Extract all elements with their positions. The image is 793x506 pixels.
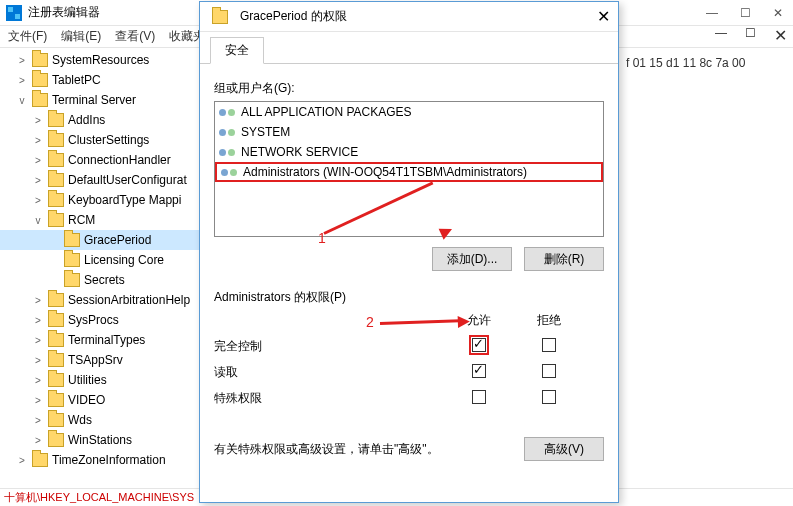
folder-icon xyxy=(32,93,48,107)
tree-item-label: VIDEO xyxy=(68,393,105,407)
expand-icon[interactable]: > xyxy=(32,335,44,346)
advanced-button[interactable]: 高级(V) xyxy=(524,437,604,461)
add-button[interactable]: 添加(D)... xyxy=(432,247,512,271)
user-row[interactable]: ALL APPLICATION PACKAGES xyxy=(215,102,603,122)
tree-item-label: TabletPC xyxy=(52,73,101,87)
folder-icon xyxy=(48,133,64,147)
folder-icon xyxy=(48,373,64,387)
user-row[interactable]: NETWORK SERVICE xyxy=(215,142,603,162)
tree-item-sysprocs[interactable]: >SysProcs xyxy=(0,310,199,330)
maximize-button[interactable]: ☐ xyxy=(740,6,751,20)
dialog-titlebar[interactable]: GracePeriod 的权限 ✕ xyxy=(200,2,618,32)
tree-item-addins[interactable]: >AddIns xyxy=(0,110,199,130)
tree-item-label: ConnectionHandler xyxy=(68,153,171,167)
tree-item-label: Wds xyxy=(68,413,92,427)
expand-icon[interactable]: > xyxy=(32,295,44,306)
perm-name: 读取 xyxy=(214,364,444,381)
expand-icon[interactable]: > xyxy=(16,75,28,86)
menu-view[interactable]: 查看(V) xyxy=(115,28,155,45)
user-name: Administrators (WIN-OOQ54T1TSBM\Administ… xyxy=(243,165,527,179)
checkbox-allow[interactable] xyxy=(472,338,486,352)
user-list[interactable]: ALL APPLICATION PACKAGESSYSTEMNETWORK SE… xyxy=(214,101,604,237)
expand-icon[interactable]: > xyxy=(32,315,44,326)
expand-icon[interactable]: > xyxy=(32,155,44,166)
folder-icon xyxy=(48,433,64,447)
close-button[interactable]: ✕ xyxy=(773,6,783,20)
checkbox-allow[interactable] xyxy=(472,390,486,404)
tree-item-video[interactable]: >VIDEO xyxy=(0,390,199,410)
permissions-dialog: GracePeriod 的权限 ✕ 安全 组或用户名(G): ALL APPLI… xyxy=(199,1,619,503)
folder-icon xyxy=(64,233,80,247)
dialog-close-button[interactable]: ✕ xyxy=(597,7,610,26)
expand-icon[interactable]: > xyxy=(32,355,44,366)
tree-item-label: TSAppSrv xyxy=(68,353,123,367)
expand-icon[interactable]: > xyxy=(16,55,28,66)
tree-item-sessionarbitrationhelp[interactable]: >SessionArbitrationHelp xyxy=(0,290,199,310)
user-name: NETWORK SERVICE xyxy=(241,145,358,159)
remove-button[interactable]: 删除(R) xyxy=(524,247,604,271)
folder-icon xyxy=(48,213,64,227)
checkbox-deny[interactable] xyxy=(542,338,556,352)
tree-item-label: TimeZoneInformation xyxy=(52,453,166,467)
folder-icon xyxy=(212,10,228,24)
expand-icon[interactable]: > xyxy=(32,195,44,206)
special-note-text: 有关特殊权限或高级设置，请单击"高级"。 xyxy=(214,441,512,458)
expand-icon[interactable]: v xyxy=(16,95,28,106)
tree-item-label: SessionArbitrationHelp xyxy=(68,293,190,307)
tree-item-label: RCM xyxy=(68,213,95,227)
expand-icon[interactable]: > xyxy=(32,175,44,186)
folder-icon xyxy=(64,253,80,267)
minimize-button[interactable]: — xyxy=(706,6,718,20)
tree-item-connectionhandler[interactable]: >ConnectionHandler xyxy=(0,150,199,170)
tree-item-label: SysProcs xyxy=(68,313,119,327)
tree-item-tsappsrv[interactable]: >TSAppSrv xyxy=(0,350,199,370)
tree-item-label: ClusterSettings xyxy=(68,133,149,147)
tree-item-keyboardtype-mappi[interactable]: >KeyboardType Mappi xyxy=(0,190,199,210)
tree-item-licensing-core[interactable]: Licensing Core xyxy=(0,250,199,270)
tree-item-rcm[interactable]: vRCM xyxy=(0,210,199,230)
checkbox-deny[interactable] xyxy=(542,390,556,404)
folder-icon xyxy=(48,333,64,347)
expand-icon[interactable]: > xyxy=(32,395,44,406)
checkbox-allow[interactable] xyxy=(472,364,486,378)
tree-item-wds[interactable]: >Wds xyxy=(0,410,199,430)
tree-item-winstations[interactable]: >WinStations xyxy=(0,430,199,450)
tree-item-secrets[interactable]: Secrets xyxy=(0,270,199,290)
tree-item-terminaltypes[interactable]: >TerminalTypes xyxy=(0,330,199,350)
close-icon[interactable]: ✕ xyxy=(774,26,787,45)
expand-icon[interactable]: > xyxy=(32,415,44,426)
expand-icon[interactable]: > xyxy=(32,435,44,446)
tree-item-tabletpc[interactable]: >TabletPC xyxy=(0,70,199,90)
expand-icon[interactable]: > xyxy=(32,115,44,126)
expand-icon[interactable]: v xyxy=(32,215,44,226)
user-row[interactable]: Administrators (WIN-OOQ54T1TSBM\Administ… xyxy=(215,162,603,182)
expand-icon[interactable]: > xyxy=(32,135,44,146)
hex-text: f 01 15 d1 11 8c 7a 00 xyxy=(626,56,787,70)
group-icon xyxy=(221,165,237,179)
menu-edit[interactable]: 编辑(E) xyxy=(61,28,101,45)
tree-item-label: Utilities xyxy=(68,373,107,387)
registry-tree[interactable]: >SystemResources>TabletPCvTerminal Serve… xyxy=(0,50,200,488)
tree-item-defaultuserconfigurat[interactable]: >DefaultUserConfigurat xyxy=(0,170,199,190)
tree-item-label: KeyboardType Mappi xyxy=(68,193,181,207)
maximize-icon[interactable]: ☐ xyxy=(745,26,756,45)
tree-item-systemresources[interactable]: >SystemResources xyxy=(0,50,199,70)
tree-item-graceperiod[interactable]: GracePeriod xyxy=(0,230,199,250)
menu-file[interactable]: 文件(F) xyxy=(8,28,47,45)
minimize-icon[interactable]: — xyxy=(715,26,727,45)
folder-icon xyxy=(48,313,64,327)
tab-security[interactable]: 安全 xyxy=(210,37,264,64)
user-name: SYSTEM xyxy=(241,125,290,139)
tree-item-timezoneinformation[interactable]: >TimeZoneInformation xyxy=(0,450,199,470)
group-icon xyxy=(219,125,235,139)
col-allow: 允许 xyxy=(444,312,514,329)
tree-item-terminal-server[interactable]: vTerminal Server xyxy=(0,90,199,110)
tree-item-utilities[interactable]: >Utilities xyxy=(0,370,199,390)
annotation-label-2: 2 xyxy=(366,314,374,330)
tree-item-clustersettings[interactable]: >ClusterSettings xyxy=(0,130,199,150)
user-row[interactable]: SYSTEM xyxy=(215,122,603,142)
expand-icon[interactable]: > xyxy=(16,455,28,466)
expand-icon[interactable]: > xyxy=(32,375,44,386)
perm-name: 特殊权限 xyxy=(214,390,444,407)
checkbox-deny[interactable] xyxy=(542,364,556,378)
